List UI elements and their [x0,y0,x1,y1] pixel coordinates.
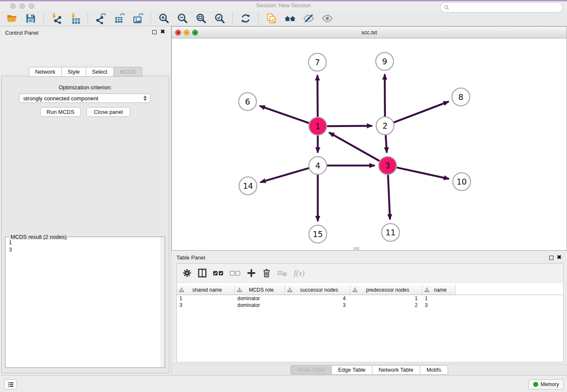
cell-name[interactable]: 3 [422,302,456,309]
result-scrollbar[interactable] [161,237,165,367]
search-box[interactable] [440,2,563,13]
import-table-button[interactable] [66,12,83,25]
node-11[interactable]: 11 [382,224,399,241]
select-all-button[interactable] [212,267,224,279]
svg-text:8: 8 [458,92,463,102]
edge-2-9[interactable] [385,75,385,116]
cell-name[interactable]: 1 [422,295,456,302]
tab-network-table[interactable]: Network Table [372,365,420,375]
column-header-successor-nodes[interactable]: successor nodes [285,285,350,295]
table-panel-float-button[interactable] [549,256,553,260]
save-button[interactable] [22,12,39,25]
node-2[interactable]: 2 [376,117,394,135]
cell-predecessor-nodes[interactable]: 1 [350,295,422,302]
tab-node-table[interactable]: Node Table [290,365,332,375]
hide-selected-button[interactable] [300,12,317,25]
node-3[interactable]: 3 [379,157,396,174]
zoom-fit-icon [195,13,207,24]
svg-text:11: 11 [385,228,396,237]
svg-text:15: 15 [313,229,323,239]
edge-3-10[interactable] [397,168,449,179]
toolbar-separator [232,12,233,25]
node-15[interactable]: 15 [309,225,327,243]
node-9[interactable]: 9 [376,52,394,70]
export-network-button[interactable] [92,12,109,25]
svg-text:6: 6 [245,97,250,106]
tab-mcds[interactable]: MCDS [113,67,142,77]
column-header-predecessor-nodes[interactable]: predecessor nodes [350,285,422,295]
edge-1-2[interactable] [328,126,372,126]
edge-3-1[interactable] [330,133,379,161]
import-network-button[interactable] [48,12,65,25]
network-hscroll-thumb[interactable] [354,247,359,250]
control-panel-float-button[interactable] [152,30,157,34]
tab-edge-table[interactable]: Edge Table [331,365,372,375]
toolbar-separator [151,12,151,25]
clone-network-button[interactable] [263,12,280,25]
memory-button[interactable]: Memory [528,379,564,389]
node-8[interactable]: 8 [452,88,470,106]
deselect-all-button[interactable] [229,267,241,279]
open-folder-button[interactable] [3,12,20,25]
tab-select[interactable]: Select [86,67,114,77]
cell-successor-nodes[interactable]: 4 [285,295,350,302]
add-column-button[interactable] [246,267,256,279]
table-panel-close-button[interactable]: ✖ [557,254,561,260]
export-table-button[interactable] [111,12,128,25]
tab-style[interactable]: Style [61,67,86,77]
node-1[interactable]: 1 [309,117,327,135]
edge-2-3[interactable] [386,135,387,152]
edge-3-11[interactable] [388,175,390,219]
cell-mcds-role[interactable]: dominator [235,302,285,309]
svg-text:1: 1 [315,121,320,131]
edge-4-14[interactable] [261,168,308,182]
search-input[interactable] [451,4,559,11]
column-header-mcds-role[interactable]: MCDS role [235,285,285,295]
delete-column-icon [261,268,272,278]
select-stepper-icon [143,96,147,101]
tab-network[interactable]: Network [29,67,62,77]
table-row[interactable]: 1dominator411 [177,295,563,302]
function-builder-icon: f(x) [293,268,307,278]
cell-shared-name[interactable]: 3 [177,302,235,309]
zoom-in-button[interactable] [155,12,172,25]
network-graph: 7968124314101511 [172,39,567,250]
column-header-shared-name[interactable]: shared name [177,285,235,295]
split-panel-button[interactable] [197,267,207,279]
table-row[interactable]: 3dominator323 [177,302,563,309]
edge-1-6[interactable] [260,106,308,123]
settings-gear-button[interactable] [182,267,192,279]
node-6[interactable]: 6 [239,93,256,110]
node-table: f(x) shared nameMCDS rolesuccessor nodes… [176,263,564,362]
node-14[interactable]: 14 [239,177,257,195]
cell-shared-name[interactable]: 1 [177,295,235,302]
edge-1-7[interactable] [317,76,318,116]
zoom-out-button[interactable] [174,12,191,25]
show-all-icon [322,13,333,24]
deselect-all-icon [229,268,241,278]
refresh-button[interactable] [237,12,254,25]
run-mcds-button[interactable]: Run MCDS [40,107,81,117]
cell-predecessor-nodes[interactable]: 2 [350,302,422,309]
zoom-selected-button[interactable] [211,12,228,25]
command-panel-button[interactable] [4,379,17,389]
network-canvas[interactable]: 7968124314101511 [172,39,567,250]
close-panel-button[interactable]: Close panel [86,107,130,117]
cell-successor-nodes[interactable]: 3 [285,302,350,309]
show-all-button[interactable] [319,12,336,25]
cell-mcds-role[interactable]: dominator [235,295,285,302]
tab-motifs[interactable]: Motifs [420,365,448,375]
network-view-window: ✕ − + scc.txt 7968124314101511 [171,26,567,251]
network-window-titlebar[interactable]: ✕ − + scc.txt [172,27,567,39]
node-10[interactable]: 10 [453,173,471,190]
node-4[interactable]: 4 [309,157,327,174]
node-7[interactable]: 7 [308,53,326,71]
edge-2-8[interactable] [394,102,449,122]
delete-column-button[interactable] [261,267,272,279]
home-button[interactable] [281,12,298,25]
column-header-name[interactable]: name [422,285,456,295]
control-panel-close-button[interactable]: ✖ [160,28,165,35]
export-image-button[interactable] [129,12,146,25]
zoom-fit-button[interactable] [193,12,209,25]
criterion-select[interactable]: strongly connected component [19,94,150,103]
